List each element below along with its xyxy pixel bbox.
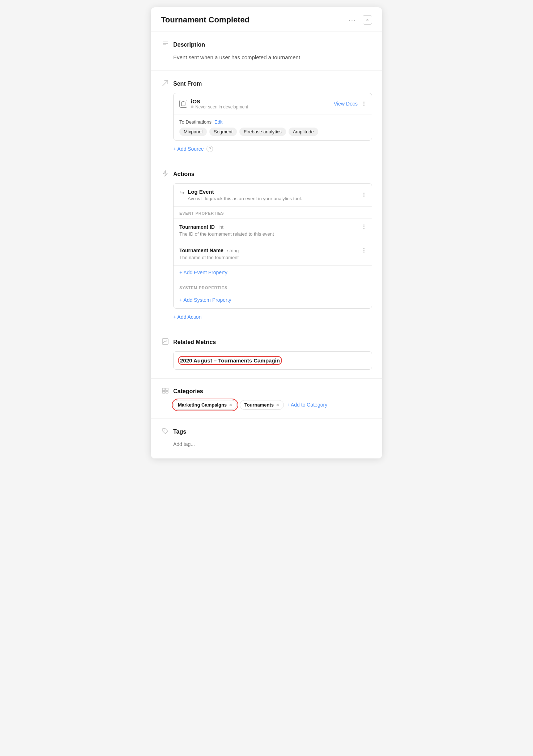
action-header-left: ↪ Log Event Avo will log/track this as a… [179,189,302,201]
add-to-category-button[interactable]: + Add to Category [287,402,327,408]
tags-input-row [173,441,372,447]
prop-row-tournament-name: Tournament Name string The name of the t… [174,242,372,266]
actions-header: Actions [161,170,372,179]
add-source-row: + Add Source ? [173,146,372,152]
actions-section: Actions ↪ Log Event Avo will log/track t… [151,161,382,329]
ios-icon [179,100,187,108]
action-header: ↪ Log Event Avo will log/track this as a… [174,184,372,207]
dest-tag-segment[interactable]: Segment [209,128,237,136]
prop-desc-tournament-name: The name of the tournament [179,255,239,260]
action-description: Avo will log/track this as an event in y… [188,196,302,201]
status-text: Never seen in development [195,104,248,109]
description-icon [161,40,170,49]
action-card: ↪ Log Event Avo will log/track this as a… [173,183,372,309]
add-source-button[interactable]: + Add Source [173,146,204,152]
action-info: Log Event Avo will log/track this as an … [188,189,302,201]
log-event-icon: ↪ [179,189,184,196]
description-text: Event sent when a user has completed a t… [173,53,372,62]
category-tag-tournaments[interactable]: Tournaments × [240,400,284,410]
metrics-card: 2020 August – Tournaments Campagin [173,351,372,370]
sent-from-icon [161,80,170,89]
categories-content: Marketing Campaigns × Tournaments × + Ad… [173,400,372,410]
tags-title: Tags [173,429,186,435]
category-close-marketing[interactable]: × [229,402,232,408]
source-more-button[interactable] [362,101,366,107]
add-system-property-button[interactable]: + Add System Property [179,297,231,303]
source-status: Never seen in development [191,104,248,109]
prop-more-tournament-name[interactable] [362,247,366,253]
categories-icon [161,387,170,396]
dest-tag-amplitude[interactable]: Amplitude [289,128,318,136]
svg-point-10 [164,429,165,430]
prop-name-tournament-id: Tournament ID int [179,224,274,230]
add-event-property-button[interactable]: + Add Event Property [179,270,227,275]
destinations-label: To Destinations Edit [179,119,366,125]
destinations-row: To Destinations Edit Mixpanel Segment Fi… [174,115,372,140]
prop-type-string: string [227,248,239,253]
related-metrics-section: Related Metrics 2020 August – Tournament… [151,329,382,379]
category-tag-marketing[interactable]: Marketing Campaigns × [173,400,237,410]
tags-header: Tags [161,428,372,437]
action-more-button[interactable] [362,192,366,198]
svg-rect-6 [162,388,165,391]
source-card: iOS Never seen in development View Docs [173,93,372,141]
add-action-button[interactable]: + Add Action [173,314,201,320]
action-title: Log Event [188,189,302,195]
more-options-button[interactable]: ··· [346,16,358,25]
source-details: iOS Never seen in development [191,98,248,109]
prop-name-text: Tournament ID [179,224,215,230]
panel-header: Tournament Completed ··· × [151,7,382,31]
help-icon[interactable]: ? [206,146,213,152]
metric-highlight: 2020 August – Tournaments Campagin [180,357,280,364]
svg-rect-3 [182,102,185,106]
prop-info-tournament-id: Tournament ID int The ID of the tourname… [179,224,274,237]
view-docs-button[interactable]: View Docs [334,101,358,107]
tags-section: Tags [151,419,382,459]
destinations-text: To Destinations [179,119,212,125]
event-properties-label: EVENT PROPERTIES [174,207,372,219]
category-close-tournaments[interactable]: × [276,402,279,408]
prop-type-int: int [218,224,223,230]
svg-rect-7 [166,388,168,391]
sent-from-section: Sent From iOS Never seen in dev [151,71,382,161]
close-button[interactable]: × [363,15,372,25]
main-panel: Tournament Completed ··· × Description E… [151,7,382,459]
categories-header: Categories [161,387,372,396]
destinations-edit-link[interactable]: Edit [214,119,222,125]
event-properties-section: EVENT PROPERTIES Tournament ID int The I… [174,207,372,308]
actions-title: Actions [173,171,195,177]
source-info: iOS Never seen in development [179,98,248,109]
destinations-tags: Mixpanel Segment Firebase analytics Ampl… [179,128,366,136]
description-title: Description [173,42,205,48]
status-dot [191,106,193,108]
source-actions: View Docs [334,101,366,107]
add-action-row: + Add Action [173,314,372,320]
description-section: Description Event sent when a user has c… [151,31,382,71]
sent-from-title: Sent From [173,81,202,87]
categories-title: Categories [173,388,203,395]
related-metrics-title: Related Metrics [173,339,216,345]
prop-name-tournament-name: Tournament Name string [179,247,239,254]
metric-item[interactable]: 2020 August – Tournaments Campagin [174,352,372,369]
dest-tag-firebase[interactable]: Firebase analytics [239,128,286,136]
source-name: iOS [191,98,248,104]
header-actions: ··· × [346,15,372,25]
system-properties-label: SYSTEM PROPERTIES [174,281,372,293]
close-icon: × [366,17,369,23]
panel-title: Tournament Completed [161,15,250,25]
related-metrics-icon [161,338,170,347]
add-system-property-row: + Add System Property [174,293,372,308]
sent-from-header: Sent From [161,80,372,89]
add-event-property-row: + Add Event Property [174,266,372,281]
svg-rect-9 [166,391,168,393]
prop-name-text-name: Tournament Name [179,248,223,253]
tags-icon [161,428,170,437]
category-label-tournaments: Tournaments [244,402,274,408]
tags-input[interactable] [173,441,227,447]
source-row: iOS Never seen in development View Docs [174,93,372,115]
prop-more-tournament-id[interactable] [362,224,366,230]
prop-row-tournament-id: Tournament ID int The ID of the tourname… [174,219,372,242]
help-text: ? [209,147,211,151]
dest-tag-mixpanel[interactable]: Mixpanel [179,128,207,136]
prop-desc-tournament-id: The ID of the tournament related to this… [179,231,274,237]
